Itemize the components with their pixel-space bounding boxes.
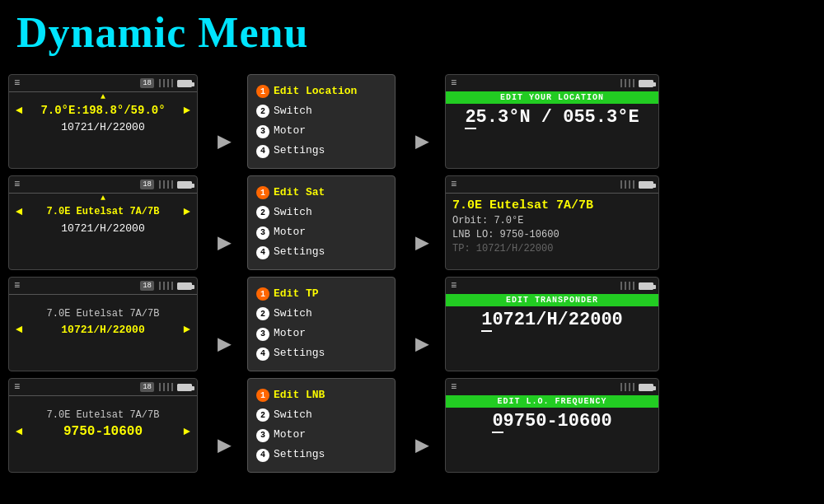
arrow-3: ▶	[415, 297, 429, 392]
result-banner: EDIT L.O. FREQUENCY	[446, 395, 658, 408]
device-screen-location: ≡ 18 |||| ▲ ◄ 7.0°E:198.8°/59.0° ► 10721…	[8, 74, 198, 169]
menu-label: Motor	[274, 428, 306, 442]
status-icons: 18 ||||	[140, 382, 192, 392]
menu-num-icon: 2	[256, 307, 269, 320]
menu-item-4: 4 Settings	[256, 347, 386, 361]
result-value: 09750-10600	[492, 411, 611, 432]
menu-label: Switch	[274, 105, 312, 119]
screen-static-value: 7.0E Eutelsat 7A/7B	[9, 306, 197, 321]
menu-item-1: 1 Edit Sat	[256, 186, 386, 200]
menu-label: Motor	[274, 226, 306, 240]
menu-label: Motor	[274, 327, 306, 341]
battery-icon	[177, 80, 192, 87]
menu-item-1: 1 Edit LNB	[256, 389, 386, 403]
screen-main-row: ◄ 7.0E Eutelsat 7A/7B ►	[9, 203, 197, 220]
nav-arrow-icon: ▶	[415, 334, 429, 357]
battery-icon	[177, 181, 192, 189]
battery-icon	[639, 181, 653, 189]
menu-num-icon: 4	[256, 449, 269, 462]
menu-num-icon: 1	[256, 186, 269, 199]
arrow-4: ▶	[218, 399, 232, 493]
hamburger-icon: ≡	[14, 280, 21, 292]
hamburger-icon: ≡	[451, 280, 457, 292]
menu-item-4: 4 Settings	[256, 448, 386, 462]
menu-label: Edit Location	[274, 85, 357, 99]
nav-arrow-icon: ▶	[218, 435, 232, 458]
menu-num-icon: 1	[256, 85, 269, 98]
right-arrow-icon: ►	[184, 104, 190, 117]
menu-edit-lnb: 1 Edit LNB 2 Switch 3 Motor 4 Settings	[247, 378, 396, 473]
arrow-3: ▶	[218, 297, 232, 392]
battery-icon	[639, 384, 653, 391]
result-screen-tp: ≡ |||| EDIT TRANSPONDER 10721/H/22000	[445, 277, 659, 371]
menu-label: Edit TP	[274, 287, 319, 301]
signal-badge: 18	[140, 382, 154, 392]
menu-edit-tp: 1 Edit TP 2 Switch 3 Motor 4 Settings	[247, 277, 396, 371]
menu-num-icon: 4	[256, 246, 269, 259]
hamburger-icon: ≡	[451, 381, 457, 393]
screen-main-value: 10721/H/22000	[22, 324, 183, 336]
battery-icon	[639, 282, 653, 290]
hamburger-icon: ≡	[14, 77, 21, 89]
screen-sub-value: 10721/H/22000	[9, 119, 197, 136]
signal-bars-icon: ||||	[157, 383, 174, 392]
signal-bars-icon: ||||	[619, 383, 635, 392]
menu-label: Switch	[274, 206, 312, 220]
menu-num-icon: 2	[256, 408, 269, 422]
menu-num-icon: 1	[256, 287, 269, 301]
result-value-area: 09750-10600	[446, 408, 658, 435]
device-screen-tp: ≡ 18 |||| 7.0E Eutelsat 7A/7B ◄ 10721/H/…	[8, 277, 198, 371]
screen-main-value: 7.0E Eutelsat 7A/7B	[22, 206, 183, 217]
menu-num-icon: 3	[256, 429, 269, 442]
menu-item-3: 3 Motor	[256, 428, 386, 442]
menu-label: Switch	[274, 307, 312, 321]
screen-static-value: 7.0E Eutelsat 7A/7B	[9, 408, 197, 422]
menu-item-3: 3 Motor	[256, 124, 386, 138]
nav-arrow-icon: ▶	[218, 232, 232, 255]
menu-item-3: 3 Motor	[256, 327, 386, 341]
signal-bars-icon: ||||	[619, 79, 635, 88]
hamburger-icon: ≡	[451, 179, 457, 190]
menu-num-icon: 4	[256, 145, 269, 158]
scroll-up-indicator: ▲	[9, 92, 197, 102]
menu-label: Switch	[274, 408, 312, 422]
page-title: Dynamic Menu	[0, 0, 824, 65]
nav-arrows-col-1: ▶ ▶ ▶ ▶	[202, 74, 247, 493]
result-screen-sat: ≡ |||| 7.0E Eutelsat 7A/7B Orbit: 7.0°E …	[445, 175, 659, 270]
right-arrow-icon: ►	[184, 205, 190, 218]
right-arrow-icon: ►	[184, 425, 190, 438]
nav-arrow-icon: ▶	[415, 435, 429, 458]
result-banner: EDIT YOUR LOCATION	[446, 91, 658, 104]
menu-label: Settings	[274, 347, 325, 361]
nav-arrow-icon: ▶	[218, 131, 232, 154]
result-value-area: 25.3°N / 055.3°E	[446, 104, 658, 131]
signal-bars-icon: ||||	[157, 79, 174, 88]
menu-num-icon: 4	[256, 348, 269, 361]
arrow-2: ▶	[218, 196, 232, 291]
screen-main-row: ◄ 7.0°E:198.8°/59.0° ►	[9, 102, 197, 119]
sat-lnblo: LNB LO: 9750-10600	[452, 228, 652, 242]
menu-num-icon: 3	[256, 125, 269, 138]
result-banner: EDIT TRANSPONDER	[446, 294, 658, 306]
nav-arrows-col-2: ▶ ▶ ▶ ▶	[400, 74, 445, 493]
hamburger-icon: ≡	[14, 381, 21, 393]
menu-label: Settings	[274, 448, 325, 462]
hamburger-icon: ≡	[451, 77, 457, 89]
signal-bars-icon: ||||	[157, 282, 174, 291]
signal-bars-icon: ||||	[619, 180, 635, 189]
sat-name: 7.0E Eutelsat 7A/7B	[452, 197, 652, 214]
status-icons: 18 ||||	[140, 281, 192, 291]
screen-highlighted-row: ◄ 9750-10600 ►	[9, 422, 197, 441]
menu-item-1: 1 Edit Location	[256, 85, 386, 99]
arrow-1: ▶	[218, 95, 232, 189]
sat-tp: TP: 10721/H/22000	[452, 242, 652, 256]
menu-num-icon: 3	[256, 328, 269, 341]
menu-item-2: 2 Switch	[256, 105, 386, 119]
result-screen-lnb: ≡ |||| EDIT L.O. FREQUENCY 09750-10600	[445, 378, 659, 473]
menu-label: Settings	[274, 245, 325, 259]
battery-icon	[177, 282, 192, 290]
result-value: 10721/H/22000	[481, 310, 623, 330]
device-screen-sat: ≡ 18 |||| ▲ ◄ 7.0E Eutelsat 7A/7B ► 1072…	[8, 175, 198, 270]
left-arrow-icon: ◄	[16, 323, 22, 336]
menu-item-2: 2 Switch	[256, 307, 386, 321]
